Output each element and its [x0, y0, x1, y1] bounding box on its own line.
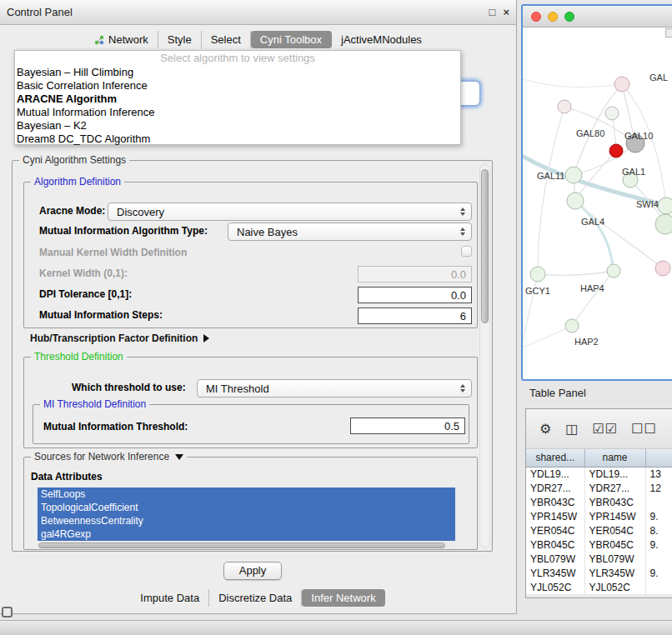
- tab-select[interactable]: Select: [202, 31, 251, 48]
- algorithm-option-dream8-dc-tdc-algorithm[interactable]: Dream8 DC_TDC Algorithm: [15, 132, 460, 146]
- network-window-titlebar[interactable]: [523, 6, 672, 28]
- network-node[interactable]: [558, 100, 571, 113]
- tab-style[interactable]: Style: [158, 31, 202, 48]
- automation-panel-bar[interactable]: [0, 620, 672, 635]
- network-node[interactable]: [614, 77, 629, 92]
- attribute-item-topologicalcoefficient[interactable]: TopologicalCoefficient: [38, 501, 455, 514]
- algorithm-option-mutual-information-inference[interactable]: Mutual Information Inference: [15, 106, 460, 119]
- network-node-hap2[interactable]: [565, 319, 579, 332]
- close-traffic-light[interactable]: [531, 12, 541, 22]
- network-node-swi4[interactable]: [658, 198, 672, 214]
- settings-scrollbar[interactable]: [479, 164, 490, 548]
- algorithm-option-aracne-algorithm[interactable]: ARACNE Algorithm: [15, 92, 460, 106]
- dpi-tolerance-field[interactable]: 0.0: [358, 287, 472, 303]
- column-header[interactable]: name: [584, 449, 645, 467]
- mi-type-combobox[interactable]: Naive Bayes: [228, 222, 472, 241]
- table-cell[interactable]: [645, 552, 672, 566]
- table-row[interactable]: YPR145WYPR145W9.: [526, 509, 672, 523]
- birdseye-toggle[interactable]: [665, 28, 672, 38]
- float-window-icon[interactable]: □: [489, 7, 496, 18]
- column-header[interactable]: shared...: [526, 449, 584, 467]
- table-cell[interactable]: [645, 495, 672, 509]
- table-cell[interactable]: YLR345W: [526, 566, 584, 580]
- network-edge[interactable]: [572, 271, 614, 326]
- manual-kernel-checkbox[interactable]: [461, 246, 472, 257]
- table-row[interactable]: YER054CYER054C8.: [526, 523, 672, 538]
- table-cell[interactable]: 13: [645, 467, 672, 481]
- columns-icon[interactable]: ◫: [565, 421, 579, 437]
- column-header[interactable]: [645, 449, 672, 467]
- attributes-hscrollbar[interactable]: [38, 542, 455, 549]
- table-row[interactable]: YBR045CYBR045C9.: [526, 538, 672, 552]
- mi-threshold-field[interactable]: 0.5: [350, 418, 465, 434]
- network-node-hap4[interactable]: [607, 264, 620, 278]
- table-cell[interactable]: YPR145W: [526, 509, 584, 523]
- tab-discretize-data[interactable]: Discretize Data: [209, 589, 302, 607]
- mi-steps-field[interactable]: 6: [358, 308, 472, 324]
- minimize-traffic-light[interactable]: [548, 12, 558, 22]
- network-edge[interactable]: [538, 271, 614, 275]
- tab-infer-network[interactable]: Infer Network: [302, 589, 384, 607]
- network-node[interactable]: [655, 214, 672, 234]
- table-cell[interactable]: YLR345W: [584, 566, 645, 580]
- table-cell[interactable]: [645, 580, 672, 594]
- table-cell[interactable]: 8.: [645, 523, 672, 538]
- tab-network[interactable]: Network: [85, 31, 158, 48]
- network-node-gcy1[interactable]: [530, 267, 545, 282]
- table-cell[interactable]: YDR27...: [584, 481, 645, 495]
- select-all-icon[interactable]: ☑☑: [592, 421, 618, 437]
- table-cell[interactable]: YDR27...: [526, 481, 584, 495]
- table-cell[interactable]: YJL052C: [526, 580, 584, 594]
- apply-button[interactable]: Apply: [223, 562, 282, 580]
- algorithm-option-basic-correlation-inference[interactable]: Basic Correlation Inference: [15, 79, 460, 92]
- table-cell[interactable]: YPR145W: [584, 509, 645, 523]
- table-cell[interactable]: YDL19...: [584, 467, 645, 481]
- tab-impute-data[interactable]: Impute Data: [131, 589, 209, 607]
- table-cell[interactable]: YJL052C: [584, 580, 645, 594]
- collapsed-panel-icon[interactable]: [2, 607, 13, 618]
- network-canvas[interactable]: GALGAL80GAL10GAL11GAL1SWI4GAL4GCY1HAP4HA…: [523, 28, 672, 378]
- kernel-width-field[interactable]: 0.0: [358, 266, 472, 282]
- attribute-item-betweennesscentrality[interactable]: BetweennessCentrality: [38, 514, 455, 528]
- table-row[interactable]: YDL19...YDL19...13: [526, 467, 672, 481]
- network-node[interactable]: [609, 144, 623, 158]
- deselect-all-icon[interactable]: ☐☐: [631, 421, 657, 437]
- hub-tf-section-toggle[interactable]: Hub/Transcription Factor Definition: [30, 332, 209, 344]
- table-cell[interactable]: 9.: [645, 509, 672, 523]
- gear-icon[interactable]: ⚙: [539, 421, 552, 437]
- table-cell[interactable]: YDL19...: [526, 467, 584, 481]
- table-cell[interactable]: YER054C: [584, 523, 645, 538]
- network-node[interactable]: [655, 261, 670, 276]
- table-cell[interactable]: 9.: [645, 538, 672, 552]
- sources-section-toggle[interactable]: Sources for Network Inference: [31, 451, 187, 462]
- table-row[interactable]: YBL079WYBL079W: [526, 552, 672, 566]
- settings-scrollbar-thumb[interactable]: [481, 169, 489, 323]
- network-node-gal4[interactable]: [567, 192, 584, 209]
- network-node[interactable]: [605, 107, 619, 120]
- table-cell[interactable]: YBR045C: [584, 538, 645, 552]
- tab-cyni-toolbox[interactable]: Cyni Toolbox: [251, 31, 332, 48]
- table-cell[interactable]: 9.: [645, 566, 672, 580]
- algorithm-option-bayesian-k2[interactable]: Bayesian – K2: [15, 119, 460, 132]
- table-cell[interactable]: YBR045C: [526, 538, 584, 552]
- data-attributes-list[interactable]: SelfLoopsTopologicalCoefficientBetweenne…: [38, 488, 455, 541]
- close-window-icon[interactable]: ×: [503, 7, 509, 18]
- network-edge[interactable]: [523, 326, 572, 349]
- table-cell[interactable]: YER054C: [526, 523, 584, 538]
- which-threshold-combobox[interactable]: MI Threshold: [197, 379, 472, 398]
- attribute-item-gal4rgexp[interactable]: gal4RGexp: [38, 528, 455, 541]
- aracne-mode-combobox[interactable]: Discovery: [108, 202, 472, 221]
- table-cell[interactable]: YBL079W: [584, 552, 645, 566]
- zoom-traffic-light[interactable]: [564, 12, 574, 22]
- table-row[interactable]: YLR345WYLR345W9.: [526, 566, 672, 580]
- table-row[interactable]: YDR27...YDR27...12: [526, 481, 672, 495]
- network-edge[interactable]: [523, 78, 622, 88]
- table-cell[interactable]: YBR043C: [526, 495, 584, 509]
- table-cell[interactable]: YBR043C: [584, 495, 645, 509]
- table-row[interactable]: YBR043CYBR043C: [526, 495, 672, 509]
- network-edge[interactable]: [575, 201, 614, 271]
- tab-jactivemnodules[interactable]: jActiveMNodules: [332, 31, 431, 48]
- table-cell[interactable]: YBL079W: [526, 552, 584, 566]
- network-edge[interactable]: [538, 107, 564, 274]
- network-edge[interactable]: [575, 201, 663, 268]
